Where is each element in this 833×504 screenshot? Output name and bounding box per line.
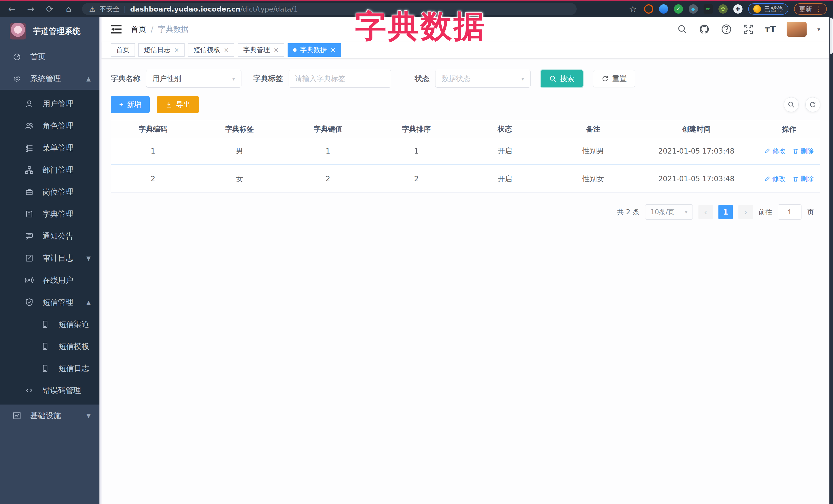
sidebar-item-menus[interactable]: 菜单管理 [0, 137, 101, 159]
sidebar-item-departments[interactable]: 部门管理 [0, 159, 101, 181]
hamburger-icon[interactable] [111, 24, 122, 34]
sidebar-item-posts[interactable]: 岗位管理 [0, 181, 101, 203]
tag-dict-data[interactable]: 字典数据× [288, 43, 341, 57]
extension-icon-sprout[interactable]: ✿ [718, 4, 728, 14]
tag-sms-log[interactable]: 短信日志× [138, 43, 185, 57]
dict-name-value: 用户性别 [152, 74, 181, 83]
browser-update-button[interactable]: 更新 ⋮ [794, 3, 827, 15]
search-icon [788, 101, 795, 108]
sidebar-item-sms-log[interactable]: 短信日志 [0, 357, 101, 379]
sidebar-item-users[interactable]: 用户管理 [0, 93, 101, 115]
delete-link[interactable]: 删除 [792, 147, 814, 155]
tag-sms-template[interactable]: 短信模板× [188, 43, 234, 57]
scrollbar-thumb[interactable] [830, 18, 833, 54]
current-page-button[interactable]: 1 [718, 205, 733, 219]
close-icon[interactable]: × [174, 46, 179, 54]
sidebar-item-infrastructure[interactable]: 基础设施 ▼ [0, 405, 101, 427]
browser-menu-icon[interactable]: ⋮ [815, 5, 822, 13]
close-icon[interactable]: × [330, 46, 335, 54]
status-select[interactable]: 数据状态 ▾ [435, 70, 530, 88]
phone-icon [41, 320, 50, 329]
tag-dict-manage[interactable]: 字典管理× [238, 43, 284, 57]
bookmark-star-icon[interactable]: ☆ [627, 4, 639, 14]
sidebar: 芋道管理系统 首页 系统管理 ▲ 用户管理 角色管理 菜单管理 [0, 17, 101, 504]
book-icon [25, 210, 34, 219]
font-size-icon[interactable]: тT [765, 24, 776, 34]
plus-icon: + [119, 100, 123, 109]
window-scrollbar[interactable] [829, 17, 833, 504]
total-count: 共 2 条 [617, 208, 640, 217]
sidebar-item-sms[interactable]: 短信管理 ▲ [0, 291, 101, 313]
extension-icon-orange[interactable] [644, 4, 653, 14]
column-header: 字典编码 [111, 124, 195, 134]
tag-home[interactable]: 首页 [111, 43, 135, 57]
goto-page-input[interactable] [778, 204, 802, 220]
url-path: /dict/type/data/1 [240, 5, 298, 13]
sidebar-item-online-users[interactable]: 在线用户 [0, 269, 101, 291]
delete-link[interactable]: 删除 [792, 174, 814, 183]
org-tree-icon [25, 165, 34, 174]
sidebar-item-label: 菜单管理 [43, 143, 73, 153]
cell-status: 开启 [460, 146, 549, 156]
help-icon[interactable] [721, 24, 732, 35]
sidebar-scrollbar[interactable] [99, 17, 101, 504]
table-row[interactable]: 2 女 2 2 开启 性别女 2021-01-05 17:03:48 修改 删除 [111, 165, 820, 193]
sidebar-item-sms-template[interactable]: 短信模板 [0, 335, 101, 357]
breadcrumb-home[interactable]: 首页 [131, 24, 146, 34]
prev-page-button[interactable]: ‹ [698, 205, 713, 219]
extension-icon-blue-drop[interactable] [659, 4, 668, 14]
app-logo-row[interactable]: 芋道管理系统 [0, 17, 101, 46]
chevron-down-icon: ▼ [86, 255, 91, 262]
github-icon[interactable] [699, 24, 710, 35]
table-row[interactable]: 1 男 1 1 开启 性别男 2021-01-05 17:03:48 修改 删除 [111, 138, 820, 165]
page-size-select[interactable]: 10条/页 ▾ [645, 204, 693, 220]
profile-paused-badge[interactable]: 已暂停 [748, 3, 788, 15]
fullscreen-icon[interactable] [743, 24, 754, 35]
edit-link[interactable]: 修改 [764, 147, 786, 155]
cell-dict-label: 男 [195, 146, 284, 156]
user-avatar[interactable] [787, 22, 807, 37]
sidebar-item-system[interactable]: 系统管理 ▲ [0, 68, 101, 90]
reload-icon[interactable]: ⟳ [44, 4, 55, 14]
table-tools [784, 97, 820, 112]
avatar-caret-icon[interactable]: ▾ [817, 26, 820, 32]
sidebar-item-roles[interactable]: 角色管理 [0, 115, 101, 137]
extension-icon-on-badge[interactable]: on [704, 4, 713, 14]
sidebar-item-dict[interactable]: 字典管理 [0, 203, 101, 225]
sidebar-item-notice[interactable]: 通知公告 [0, 225, 101, 247]
address-bar[interactable]: ⚠ 不安全 | dashboard.yudao.iocoder.cn/dict/… [82, 3, 577, 15]
sidebar-item-label: 短信管理 [43, 297, 73, 308]
next-page-button[interactable]: › [738, 205, 753, 219]
dict-name-select[interactable]: 用户性别 ▾ [146, 70, 241, 88]
close-icon[interactable]: × [224, 46, 229, 54]
extension-icon-gray[interactable]: ◆ [689, 4, 698, 14]
page-size-value: 10条/页 [650, 208, 674, 217]
forward-icon[interactable]: → [25, 4, 37, 14]
search-icon[interactable] [677, 24, 688, 35]
toggle-search-button[interactable] [784, 97, 799, 112]
extension-icon-green-check[interactable]: ✓ [674, 4, 683, 14]
sidebar-item-sms-channel[interactable]: 短信渠道 [0, 313, 101, 335]
sidebar-item-home[interactable]: 首页 [0, 46, 101, 68]
reset-button[interactable]: 重置 [593, 70, 635, 88]
edit-link[interactable]: 修改 [764, 174, 786, 183]
sidebar-item-audit-log[interactable]: 审计日志 ▼ [0, 247, 101, 269]
download-icon [165, 101, 172, 108]
extensions-puzzle-icon[interactable]: ✚ [733, 4, 742, 14]
export-button[interactable]: 导出 [157, 96, 199, 113]
search-icon [549, 75, 556, 82]
close-icon[interactable]: × [273, 46, 279, 54]
add-button[interactable]: + 新增 [111, 96, 150, 113]
search-button[interactable]: 搜索 [541, 70, 583, 88]
back-icon[interactable]: ← [6, 4, 18, 14]
dict-label-input[interactable]: 请输入字典标签 [289, 70, 391, 88]
column-header: 字典标签 [195, 124, 284, 134]
home-icon[interactable]: ⌂ [63, 4, 74, 14]
refresh-table-button[interactable] [805, 97, 820, 112]
sidebar-bottom-section: 基础设施 ▼ [0, 405, 101, 427]
sidebar-item-label: 在线用户 [43, 275, 73, 286]
cell-dict-label: 女 [195, 174, 284, 184]
menu-list-icon [25, 143, 34, 152]
chevron-up-icon: ▲ [86, 76, 91, 82]
sidebar-item-error-code[interactable]: 错误码管理 [0, 379, 101, 402]
